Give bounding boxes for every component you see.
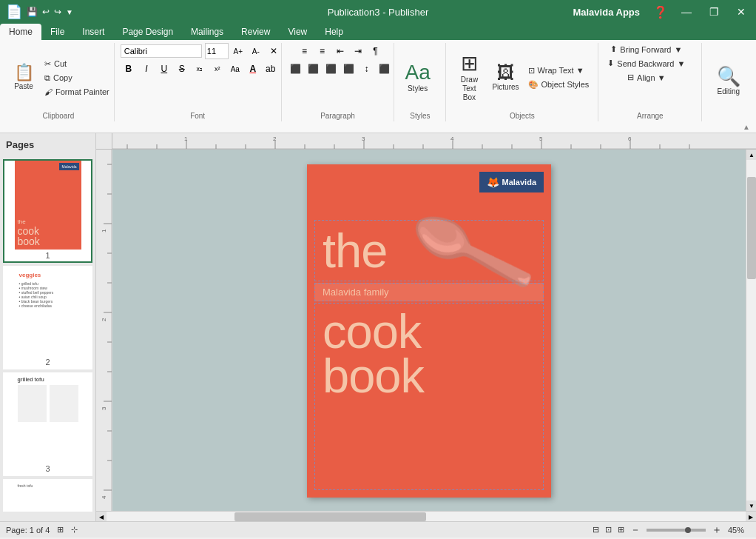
bullets-btn[interactable]: ≡ <box>297 43 313 59</box>
page-thumb-2[interactable]: veggies • grilled tofu • mushroom stew •… <box>3 266 92 369</box>
format-painter-button[interactable]: 🖌 Format Painter <box>41 86 112 98</box>
align-center-btn[interactable]: ⬛ <box>306 61 322 77</box>
show-hide-btn[interactable]: ¶ <box>368 43 384 59</box>
scroll-thumb-v[interactable] <box>747 177 756 279</box>
strikethrough-button[interactable]: S <box>174 61 190 77</box>
editing-content: 🔍 Editing <box>708 43 749 120</box>
thumb-page4-content: fresh tofu <box>15 481 81 491</box>
qat-more[interactable]: ▼ <box>66 8 73 16</box>
object-styles-btn[interactable]: 🎨 Object Styles <box>525 78 593 91</box>
page-thumb-3[interactable]: grilled tofu 3 <box>3 372 92 476</box>
canvas-container[interactable]: 🥄 🦊 Malavida the <box>112 150 746 511</box>
ruler-h-svg: 1 2 3 4 <box>112 133 756 150</box>
styles-button[interactable]: Aa Styles <box>400 59 434 96</box>
close-btn[interactable]: ✕ <box>732 6 750 18</box>
scroll-thumb-h[interactable] <box>234 512 426 521</box>
copy-icon: ⧉ <box>44 73 50 83</box>
page-number-3: 3 <box>45 463 50 475</box>
font-color-btn[interactable]: A <box>245 61 261 77</box>
send-backward-button[interactable]: ⬇ Send Backward ▼ <box>604 57 688 70</box>
line-spacing-btn[interactable]: ↕ <box>359 61 375 77</box>
bring-forward-label: Bring Forward <box>620 45 671 54</box>
scrollbar-vertical[interactable]: ▲ ▼ <box>746 150 756 511</box>
maximize-btn[interactable]: ❐ <box>705 6 723 18</box>
font-size-input[interactable] <box>205 43 229 59</box>
tab-review[interactable]: Review <box>232 24 279 40</box>
draw-text-box-button[interactable]: ⊞ DrawText Box <box>452 50 486 105</box>
zoom-in-btn[interactable]: ＋ <box>712 523 722 537</box>
align-right-btn[interactable]: ⬛ <box>323 61 340 77</box>
send-backward-arrow: ▼ <box>677 59 685 68</box>
thumb-page3-title: grilled tofu <box>18 377 78 382</box>
send-backward-label: Send Backward <box>617 59 674 68</box>
view-btn-3[interactable]: ⊞ <box>618 525 624 535</box>
scroll-dn-btn[interactable]: ▼ <box>746 500 756 511</box>
bold-button[interactable]: B <box>121 61 137 77</box>
subscript-button[interactable]: x₂ <box>192 61 208 77</box>
clear-format-btn[interactable]: ✕ <box>266 43 282 59</box>
paragraph-content: ≡ ≡ ⇤ ⇥ ¶ ⬛ ⬛ ⬛ ⬛ ↕ ⬛ <box>288 43 393 112</box>
page-info: Page: 1 of 4 <box>6 526 50 535</box>
tab-insert[interactable]: Insert <box>73 24 113 40</box>
page-thumb-4[interactable]: fresh tofu <box>3 479 92 512</box>
view-btn-2[interactable]: ⊡ <box>605 525 612 535</box>
tab-help[interactable]: Help <box>316 24 352 40</box>
picture-button[interactable]: 🖼 Pictures <box>489 61 522 95</box>
zoom-slider[interactable] <box>647 529 706 532</box>
send-backward-icon: ⬇ <box>607 58 614 68</box>
picture-icon: 🖼 <box>497 64 515 81</box>
zoom-out-btn[interactable]: － <box>630 523 641 537</box>
wrap-text-button[interactable]: ⊡ Wrap Text ▼ <box>525 64 593 77</box>
ribbon-collapse-btn[interactable]: ▲ <box>743 123 750 131</box>
tab-mailings[interactable]: Mailings <box>182 24 232 40</box>
text-highlight-btn[interactable]: ab <box>263 61 279 77</box>
scroll-right-btn[interactable]: ▶ <box>746 512 756 521</box>
tab-view[interactable]: View <box>279 24 316 40</box>
scroll-up-btn[interactable]: ▲ <box>746 150 756 160</box>
minimize-btn[interactable]: — <box>677 6 696 18</box>
copy-button[interactable]: ⧉ Copy <box>41 72 112 84</box>
numbering-btn[interactable]: ≡ <box>314 43 331 59</box>
svg-text:3: 3 <box>362 135 365 142</box>
arrange-row2: ⬇ Send Backward ▼ <box>604 57 688 70</box>
ruler-corner <box>96 133 112 150</box>
cut-icon: ✂ <box>44 59 51 69</box>
page-thumb-inner-3: grilled tofu <box>15 374 81 463</box>
indent-dec-btn[interactable]: ⇤ <box>332 43 348 59</box>
underline-button[interactable]: U <box>156 61 172 77</box>
editing-button[interactable]: 🔍 Editing <box>708 64 749 99</box>
italic-button[interactable]: I <box>138 61 155 77</box>
bring-forward-button[interactable]: ⬆ Bring Forward ▼ <box>607 43 685 56</box>
page-thumb-inner-1: Malavida the cook book <box>15 161 81 250</box>
styles-content: Aa Styles <box>400 43 434 112</box>
superscript-button[interactable]: x² <box>209 61 226 77</box>
main-area: Pages Malavida the cook book 1 veggies •… <box>0 133 756 521</box>
font-name-input[interactable] <box>121 44 202 58</box>
cut-button[interactable]: ✂ Cut <box>41 58 112 70</box>
view-btn-1[interactable]: ⊟ <box>593 525 599 535</box>
tab-file[interactable]: File <box>41 24 73 40</box>
objects-content: ⊞ DrawText Box 🖼 Pictures ⊡ Wrap Text ▼ … <box>452 43 592 112</box>
vertical-align-btn[interactable]: ⬛ <box>377 61 393 77</box>
scrollbar-horizontal[interactable]: ◀ ▶ <box>96 511 756 521</box>
qat-undo[interactable]: ↩ <box>42 7 50 17</box>
align-left-btn[interactable]: ⬛ <box>288 61 304 77</box>
main-text-box[interactable]: cook book <box>314 303 544 490</box>
paste-button[interactable]: 📋 Paste <box>9 61 38 94</box>
font-grow-btn[interactable]: A+ <box>230 43 246 59</box>
qat-redo[interactable]: ↪ <box>54 7 61 17</box>
case-button[interactable]: Aa <box>227 61 243 77</box>
ruler-horizontal: 1 2 3 4 <box>112 133 756 150</box>
scroll-left-btn[interactable]: ◀ <box>96 512 107 521</box>
help-icon[interactable]: ❓ <box>653 5 668 19</box>
page-thumb-1[interactable]: Malavida the cook book 1 <box>3 159 92 263</box>
align-button[interactable]: ⊟ Align ▼ <box>624 71 668 84</box>
zoom-percent[interactable]: 45% <box>728 526 750 535</box>
indent-inc-btn[interactable]: ⇥ <box>350 43 366 59</box>
layout-icon[interactable]: ⊞ <box>57 525 64 535</box>
font-shrink-btn[interactable]: A- <box>248 43 264 59</box>
tab-home[interactable]: Home <box>0 24 41 40</box>
justify-btn[interactable]: ⬛ <box>341 61 357 77</box>
tab-page-design[interactable]: Page Design <box>113 24 182 40</box>
qat-save[interactable]: 💾 <box>27 7 38 17</box>
